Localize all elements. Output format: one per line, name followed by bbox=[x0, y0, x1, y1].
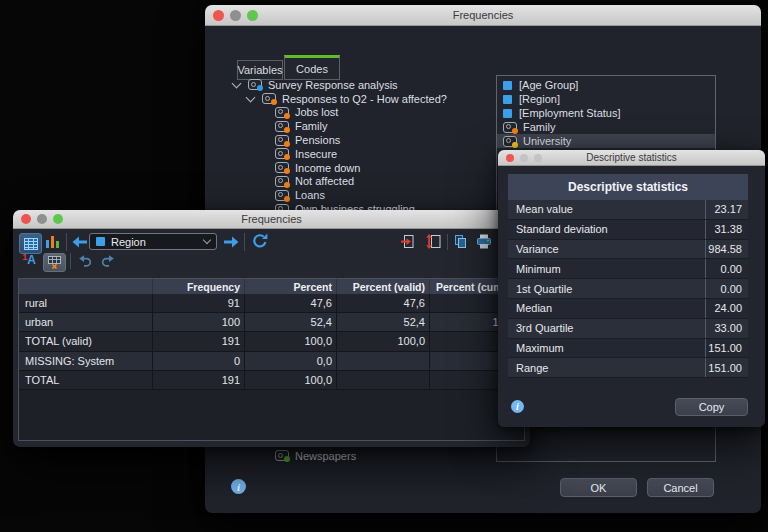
close-icon[interactable] bbox=[21, 214, 31, 224]
table-body: rural 91 47,6 47,6 47,6 urban 100 52,4 5… bbox=[19, 294, 524, 390]
tree-item-label: Loans bbox=[295, 189, 325, 201]
toolbar-separator bbox=[244, 233, 245, 251]
results-title: Frequencies bbox=[241, 213, 302, 225]
redo-glyph bbox=[101, 255, 115, 267]
copy-button[interactable]: Copy bbox=[675, 398, 748, 416]
tree-item[interactable]: Loans bbox=[227, 188, 492, 202]
toolbar-separator bbox=[70, 253, 71, 269]
cell-frequency: 191 bbox=[153, 371, 245, 389]
stat-row: Median 24.00 bbox=[508, 299, 748, 319]
cancel-button[interactable]: Cancel bbox=[647, 478, 714, 497]
statistics-table: Descriptive statistics Mean value 23.17 … bbox=[508, 174, 748, 378]
stat-value: 984.58 bbox=[705, 240, 748, 259]
tree-item[interactable]: Not affected bbox=[227, 175, 492, 189]
stat-row: Variance 984.58 bbox=[508, 240, 748, 260]
stat-label: Mean value bbox=[508, 200, 705, 219]
table-row[interactable]: urban 100 52,4 52,4 100,0 bbox=[19, 313, 524, 332]
sort-numeric-alpha-icon[interactable]: 1A bbox=[20, 252, 38, 268]
refresh-icon[interactable] bbox=[252, 233, 269, 249]
stat-value: 151.00 bbox=[705, 339, 748, 358]
column-header[interactable] bbox=[19, 279, 153, 294]
info-icon[interactable]: i bbox=[511, 400, 524, 413]
undo-icon[interactable] bbox=[78, 255, 92, 267]
stat-label: Maximum bbox=[508, 339, 705, 358]
chevron-down-icon bbox=[203, 236, 211, 244]
stat-label: Minimum bbox=[508, 259, 705, 278]
cell-percent-valid: 47,6 bbox=[337, 294, 430, 312]
tree-item[interactable]: Jobs lost bbox=[227, 106, 492, 120]
next-variable-icon[interactable] bbox=[223, 236, 239, 248]
tree-item[interactable]: Survey Response analysis bbox=[227, 78, 492, 92]
minimize-icon[interactable] bbox=[230, 10, 241, 21]
copy-icon[interactable] bbox=[453, 234, 468, 249]
code-icon bbox=[275, 162, 289, 173]
tree-item[interactable]: Insecure bbox=[227, 147, 492, 161]
tab-variables-label: Variables bbox=[237, 64, 282, 76]
tab-variables[interactable]: Variables bbox=[237, 60, 283, 80]
tree-item-label: Family bbox=[295, 120, 327, 132]
minimize-icon bbox=[520, 154, 528, 162]
export-exchange-icon[interactable] bbox=[426, 234, 441, 249]
right-arrow-glyph bbox=[223, 236, 239, 248]
printer-icon[interactable] bbox=[476, 234, 492, 249]
list-item[interactable]: [Employment Status] bbox=[497, 106, 715, 120]
export-document-icon[interactable] bbox=[400, 234, 415, 249]
table-row[interactable]: TOTAL 191 100,0 bbox=[19, 371, 524, 390]
chevron-down-icon[interactable] bbox=[232, 78, 242, 88]
cell-label: MISSING: System bbox=[19, 352, 153, 370]
tree-item[interactable]: Responses to Q2 - How affected? bbox=[227, 92, 492, 106]
stat-label: Median bbox=[508, 299, 705, 318]
zoom-icon bbox=[534, 154, 542, 162]
table-row[interactable]: MISSING: System 0 0,0 bbox=[19, 352, 524, 371]
printer-glyph bbox=[476, 234, 492, 249]
chevron-down-icon[interactable] bbox=[246, 92, 256, 102]
table-row[interactable]: TOTAL (valid) 191 100,0 100,0 bbox=[19, 332, 524, 351]
info-icon[interactable]: i bbox=[231, 479, 246, 494]
column-header[interactable]: Frequency bbox=[153, 279, 245, 294]
list-item[interactable]: [Age Group] bbox=[497, 78, 715, 92]
stat-row: Maximum 151.00 bbox=[508, 339, 748, 359]
redo-icon[interactable] bbox=[101, 255, 115, 267]
table-header-row: Frequency Percent Percent (valid) Percen… bbox=[19, 279, 524, 294]
column-header[interactable]: Percent bbox=[245, 279, 337, 294]
cell-frequency: 100 bbox=[153, 313, 245, 331]
list-item-label: University bbox=[523, 135, 571, 147]
tree-item-label: Income down bbox=[295, 162, 360, 174]
grid-glyph bbox=[24, 238, 38, 250]
ok-button[interactable]: OK bbox=[560, 478, 637, 497]
tree-item[interactable]: Pensions bbox=[227, 133, 492, 147]
zoom-icon[interactable] bbox=[247, 10, 258, 21]
list-item[interactable]: [Region] bbox=[497, 92, 715, 106]
tree-item-label: Responses to Q2 - How affected? bbox=[282, 93, 447, 105]
previous-variable-icon[interactable] bbox=[72, 236, 88, 248]
table-view-icon[interactable] bbox=[19, 233, 42, 254]
tab-codes[interactable]: Codes bbox=[284, 55, 340, 80]
list-item[interactable]: Family bbox=[497, 120, 715, 134]
cell-label: TOTAL (valid) bbox=[19, 332, 153, 350]
list-item-selected[interactable]: University bbox=[497, 134, 715, 148]
list-item-label: [Age Group] bbox=[519, 79, 578, 91]
close-icon[interactable] bbox=[506, 154, 514, 162]
cell-label: TOTAL bbox=[19, 371, 153, 389]
variable-icon bbox=[503, 95, 512, 104]
stat-value: 151.00 bbox=[705, 358, 748, 377]
column-header[interactable]: Percent (valid) bbox=[337, 279, 430, 294]
tree-item[interactable]: Income down bbox=[227, 161, 492, 175]
toggle-missing-values-icon[interactable] bbox=[43, 253, 66, 272]
tree-item[interactable]: Newspapers bbox=[227, 449, 475, 463]
cell-percent: 0,0 bbox=[245, 352, 337, 370]
variable-dropdown[interactable]: Region bbox=[89, 233, 217, 250]
cell-percent: 52,4 bbox=[245, 313, 337, 331]
tree-item-label: Insecure bbox=[295, 148, 337, 160]
descriptive-statistics-window: Descriptive statistics Descriptive stati… bbox=[498, 150, 765, 427]
dialog-title: Frequencies bbox=[453, 9, 514, 21]
tree-item[interactable]: Family bbox=[227, 119, 492, 133]
chart-view-icon[interactable] bbox=[45, 234, 61, 248]
zoom-icon[interactable] bbox=[53, 214, 63, 224]
stats-titlebar: Descriptive statistics bbox=[498, 150, 765, 166]
table-row[interactable]: rural 91 47,6 47,6 47,6 bbox=[19, 294, 524, 313]
dialog-titlebar: Frequencies bbox=[205, 5, 761, 26]
code-icon bbox=[503, 122, 517, 133]
minimize-icon[interactable] bbox=[37, 214, 47, 224]
close-icon[interactable] bbox=[213, 10, 224, 21]
